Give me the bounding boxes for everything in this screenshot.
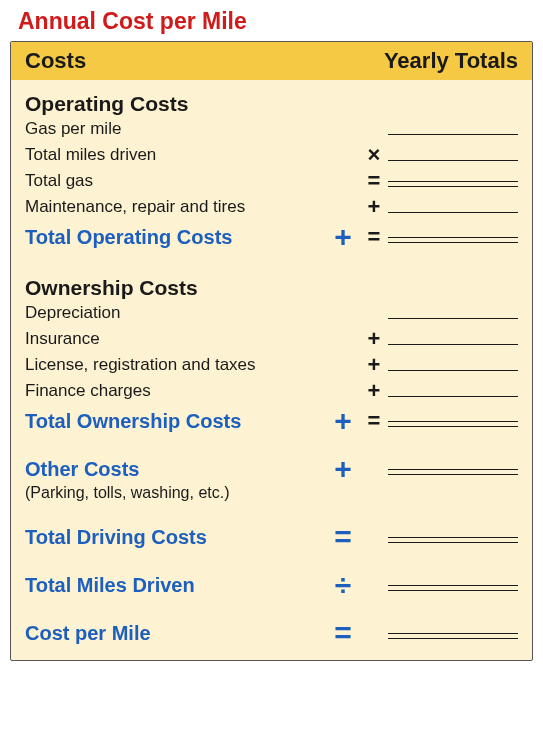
label-cost-per-mile: Cost per Mile (25, 622, 326, 645)
row-maintenance: Maintenance, repair and tires + (25, 194, 518, 220)
section-operating: Operating Costs (25, 92, 518, 116)
plus-icon: + (360, 194, 388, 220)
label-total-ownership: Total Ownership Costs (25, 410, 326, 433)
label-maintenance: Maintenance, repair and tires (25, 197, 326, 217)
label-other-costs: Other Costs (25, 458, 326, 481)
page: Annual Cost per Mile Costs Yearly Totals… (0, 0, 543, 671)
plus-icon: + (360, 378, 388, 404)
label-insurance: Insurance (25, 329, 326, 349)
page-title: Annual Cost per Mile (18, 8, 533, 35)
result-line[interactable] (388, 537, 518, 543)
row-gas-per-mile: Gas per mile (25, 116, 518, 142)
row-total-driving: Total Driving Costs = (25, 524, 518, 550)
row-depreciation: Depreciation (25, 300, 518, 326)
worksheet-body: Operating Costs Gas per mile Total miles… (11, 80, 532, 660)
input-line[interactable] (388, 318, 518, 319)
equals-icon: = (360, 408, 388, 434)
label-license: License, registration and taxes (25, 355, 326, 375)
result-line[interactable] (388, 421, 518, 427)
big-plus-icon: + (326, 410, 360, 432)
plus-icon: + (360, 352, 388, 378)
equals-icon: = (360, 224, 388, 250)
label-total-gas: Total gas (25, 171, 326, 191)
table-header: Costs Yearly Totals (11, 42, 532, 80)
section-ownership: Ownership Costs (25, 276, 518, 300)
row-license: License, registration and taxes + (25, 352, 518, 378)
label-total-driving: Total Driving Costs (25, 526, 326, 549)
result-line[interactable] (388, 181, 518, 187)
input-line[interactable] (388, 370, 518, 371)
header-right: Yearly Totals (384, 48, 518, 74)
result-line[interactable] (388, 237, 518, 243)
row-total-operating: Total Operating Costs + = (25, 224, 518, 250)
big-divide-icon: ÷ (326, 574, 360, 596)
row-total-gas: Total gas = (25, 168, 518, 194)
result-line[interactable] (388, 469, 518, 475)
result-line[interactable] (388, 633, 518, 639)
label-miles-driven: Total Miles Driven (25, 574, 326, 597)
plus-icon: + (360, 326, 388, 352)
big-equals-icon: = (326, 622, 360, 644)
big-plus-icon: + (326, 226, 360, 248)
row-total-ownership: Total Ownership Costs + = (25, 408, 518, 434)
input-line[interactable] (388, 134, 518, 135)
header-left: Costs (25, 48, 86, 74)
big-equals-icon: = (326, 526, 360, 548)
times-icon: × (360, 142, 388, 168)
other-costs-note: (Parking, tolls, washing, etc.) (25, 484, 518, 502)
input-line[interactable] (388, 396, 518, 397)
input-line[interactable] (388, 160, 518, 161)
label-gas-per-mile: Gas per mile (25, 119, 326, 139)
worksheet-card: Costs Yearly Totals Operating Costs Gas … (10, 41, 533, 661)
result-line[interactable] (388, 585, 518, 591)
input-line[interactable] (388, 344, 518, 345)
input-line[interactable] (388, 212, 518, 213)
row-cost-per-mile: Cost per Mile = (25, 620, 518, 646)
row-total-miles: Total miles driven × (25, 142, 518, 168)
label-total-operating: Total Operating Costs (25, 226, 326, 249)
label-finance: Finance charges (25, 381, 326, 401)
label-total-miles: Total miles driven (25, 145, 326, 165)
row-miles-driven: Total Miles Driven ÷ (25, 572, 518, 598)
label-depreciation: Depreciation (25, 303, 326, 323)
row-other-costs: Other Costs + (25, 456, 518, 482)
row-insurance: Insurance + (25, 326, 518, 352)
big-plus-icon: + (326, 458, 360, 480)
row-finance: Finance charges + (25, 378, 518, 404)
equals-icon: = (360, 168, 388, 194)
